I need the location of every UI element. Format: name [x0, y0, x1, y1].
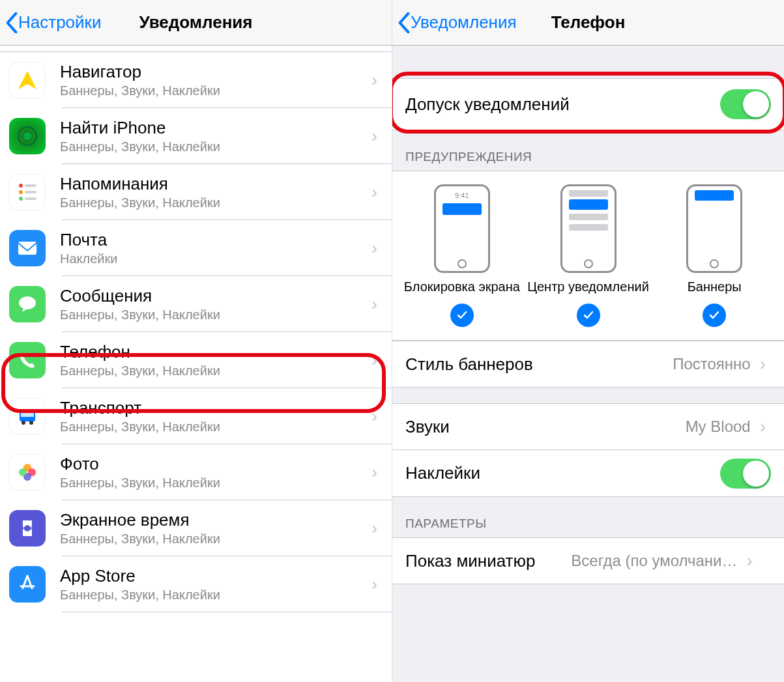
app-row-appstore[interactable]: App StoreБаннеры, Звуки, Наклейки › — [0, 556, 392, 612]
back-label: Настройки — [18, 12, 102, 33]
app-name: Фото — [60, 454, 366, 474]
appstore-icon — [9, 566, 46, 603]
app-row-transport[interactable]: ТранспортБаннеры, Звуки, Наклейки › — [0, 388, 392, 444]
page-title: Телефон — [551, 12, 626, 33]
app-row-mail[interactable]: ПочтаНаклейки › — [0, 220, 392, 276]
app-name: Напоминания — [60, 174, 366, 194]
chevron-right-icon: › — [366, 406, 383, 427]
svg-point-12 — [22, 421, 25, 425]
banner-style-label: Стиль баннеров — [405, 354, 673, 375]
chevron-right-icon: › — [366, 574, 383, 595]
app-name: Почта — [60, 230, 366, 250]
chevron-right-icon: › — [741, 550, 757, 571]
chevron-right-icon: › — [366, 518, 383, 539]
chevron-right-icon: › — [366, 126, 383, 147]
sounds-label: Звуки — [405, 417, 686, 437]
svg-rect-5 — [25, 191, 36, 193]
messages-icon — [9, 286, 46, 322]
alert-option-banners[interactable]: Баннеры — [651, 184, 777, 327]
chevron-right-icon: › — [755, 354, 771, 375]
chevron-right-icon: › — [366, 462, 383, 483]
nav-bar-left: Настройки Уведомления — [0, 0, 392, 46]
photos-icon — [9, 454, 46, 490]
app-detail: Баннеры, Звуки, Наклейки — [60, 476, 366, 490]
alerts-section-header: ПРЕДУПРЕЖДЕНИЯ — [392, 130, 784, 171]
phone-icon — [9, 342, 46, 378]
app-name: Телефон — [60, 342, 366, 362]
alert-option-notification-center[interactable]: Центр уведомлений — [525, 184, 652, 327]
app-name: App Store — [60, 566, 366, 586]
svg-rect-11 — [21, 412, 34, 417]
alert-option-lockscreen[interactable]: 9:41 Блокировка экрана — [399, 184, 525, 327]
svg-point-4 — [19, 190, 23, 194]
mock-time: 9:41 — [455, 192, 469, 199]
app-row-navigator[interactable]: НавигаторБаннеры, Звуки, Наклейки › — [0, 52, 392, 108]
transport-icon — [9, 398, 46, 434]
svg-rect-3 — [25, 184, 36, 187]
banners-mock-icon — [686, 184, 742, 273]
alert-label: Баннеры — [651, 279, 777, 294]
svg-point-1 — [23, 132, 31, 140]
alert-label: Центр уведомлений — [525, 279, 652, 294]
chevron-right-icon: › — [366, 238, 383, 259]
allow-notifications-row: Допуск уведомлений — [392, 78, 784, 130]
app-row-reminders[interactable]: НапоминанияБаннеры, Звуки, Наклейки › — [0, 164, 392, 220]
chevron-right-icon: › — [366, 182, 383, 203]
alert-label: Блокировка экрана — [399, 279, 525, 294]
app-detail: Баннеры, Звуки, Наклейки — [60, 363, 366, 378]
checkmark-icon — [450, 304, 474, 327]
chevron-right-icon: › — [366, 294, 383, 315]
nav-bar-right: Уведомления Телефон — [392, 0, 784, 46]
back-button-notifications[interactable]: Уведомления — [398, 12, 517, 33]
screentime-icon — [9, 510, 46, 547]
app-name: Транспорт — [60, 398, 366, 418]
banner-style-value: Постоянно — [673, 355, 751, 373]
app-detail: Баннеры, Звуки, Наклейки — [60, 83, 366, 98]
banner-style-row[interactable]: Стиль баннеров Постоянно › — [392, 341, 784, 388]
back-label: Уведомления — [411, 12, 517, 33]
svg-rect-8 — [18, 242, 36, 255]
checkmark-icon — [577, 304, 600, 327]
preview-row[interactable]: Показ миниатюр Всегда (по умолчани… › — [392, 537, 784, 584]
app-name: Навигатор — [60, 62, 366, 82]
svg-point-2 — [19, 184, 23, 188]
svg-rect-7 — [25, 197, 36, 200]
preview-value: Всегда (по умолчани… — [542, 552, 737, 570]
chevron-right-icon: › — [755, 416, 771, 437]
app-row-messages[interactable]: СообщенияБаннеры, Звуки, Наклейки › — [0, 276, 392, 332]
lockscreen-mock-icon: 9:41 — [434, 184, 490, 273]
app-detail: Баннеры, Звуки, Наклейки — [60, 195, 366, 210]
app-detail: Баннеры, Звуки, Наклейки — [60, 588, 366, 603]
badges-toggle[interactable] — [720, 459, 771, 489]
app-row-find-iphone[interactable]: Найти iPhoneБаннеры, Звуки, Наклейки › — [0, 108, 392, 164]
notification-center-mock-icon — [560, 184, 617, 273]
app-detail: Наклейки — [60, 251, 366, 266]
sounds-value: My Blood — [686, 418, 751, 436]
badges-label: Наклейки — [405, 463, 720, 483]
svg-point-13 — [29, 421, 33, 425]
chevron-left-icon — [398, 12, 411, 33]
navigator-icon — [9, 62, 46, 98]
params-section-header: ПАРАМЕТРЫ — [392, 497, 784, 537]
phone-notifications-pane: Уведомления Телефон Допуск уведомлений П… — [392, 0, 784, 682]
app-row-screentime[interactable]: Экранное времяБаннеры, Звуки, Наклейки › — [0, 500, 392, 556]
chevron-right-icon: › — [366, 350, 383, 371]
allow-label: Допуск уведомлений — [405, 94, 720, 115]
allow-notifications-toggle[interactable] — [720, 89, 771, 119]
find-iphone-icon — [9, 118, 46, 154]
app-name: Найти iPhone — [60, 118, 366, 138]
checkmark-icon — [703, 304, 726, 327]
app-name: Экранное время — [60, 510, 366, 530]
mail-icon — [9, 230, 46, 266]
app-detail: Баннеры, Звуки, Наклейки — [60, 532, 366, 547]
sounds-row[interactable]: Звуки My Blood › — [392, 403, 784, 450]
app-row-phone[interactable]: ТелефонБаннеры, Звуки, Наклейки › — [0, 332, 392, 388]
svg-point-6 — [19, 197, 23, 201]
badges-row: Наклейки — [392, 450, 784, 497]
app-row-photos[interactable]: ФотоБаннеры, Звуки, Наклейки › — [0, 444, 392, 500]
app-detail: Баннеры, Звуки, Наклейки — [60, 139, 366, 154]
page-title: Уведомления — [139, 12, 252, 33]
back-button-settings[interactable]: Настройки — [5, 12, 102, 33]
chevron-right-icon: › — [366, 70, 383, 91]
chevron-left-icon — [5, 12, 18, 33]
